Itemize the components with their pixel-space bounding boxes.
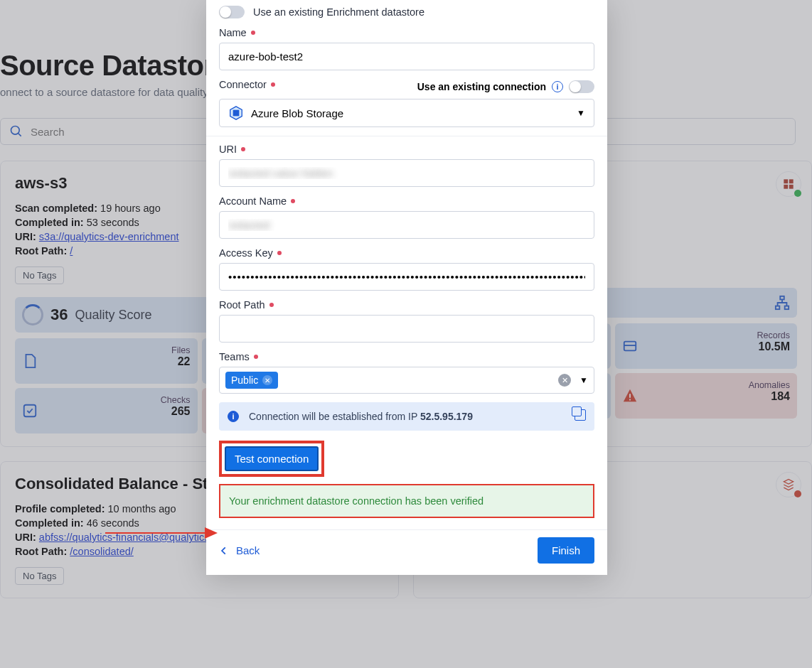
- use-existing-enrichment-label: Use an existing Enrichment datastore: [253, 6, 424, 18]
- account-name-label: Account Name: [219, 195, 287, 207]
- required-dot-icon: [251, 31, 255, 35]
- search-icon: [9, 124, 23, 139]
- chevron-down-icon: ▼: [577, 108, 585, 118]
- tag-badge: No Tags: [15, 266, 64, 284]
- team-chip: Public✕: [225, 372, 278, 389]
- required-dot-icon: [254, 355, 258, 359]
- svg-rect-17: [629, 394, 631, 398]
- name-label: Name: [219, 27, 247, 38]
- stat-checks: Checks 265: [15, 388, 198, 433]
- required-dot-icon: [291, 199, 295, 203]
- stat-files: Files 22: [15, 338, 198, 384]
- teams-label: Teams: [219, 351, 250, 362]
- svg-rect-10: [789, 185, 794, 189]
- svg-rect-13: [785, 306, 789, 310]
- highlight-annotation: Test connection: [219, 441, 324, 477]
- required-dot-icon: [271, 82, 275, 87]
- chip-remove-icon[interactable]: ✕: [262, 375, 272, 385]
- copy-icon[interactable]: [575, 409, 586, 421]
- info-icon[interactable]: i: [552, 81, 563, 92]
- quality-score-label: Quality Score: [75, 308, 151, 323]
- connector-icon: [776, 472, 801, 497]
- ip-info-text: Connection will be established from IP: [249, 411, 420, 422]
- uri-label: URI: [219, 144, 237, 155]
- ip-address: 52.5.95.179: [420, 411, 473, 422]
- svg-point-0: [11, 126, 20, 135]
- teams-select[interactable]: Public✕ ✕ ▼: [219, 367, 594, 394]
- svg-rect-12: [776, 306, 780, 310]
- back-label: Back: [236, 544, 260, 556]
- tag-badge: No Tags: [15, 567, 64, 585]
- svg-rect-9: [784, 185, 788, 189]
- svg-line-1: [18, 134, 21, 136]
- name-input[interactable]: [219, 43, 594, 70]
- svg-marker-20: [205, 527, 218, 539]
- account-name-input[interactable]: [219, 211, 594, 239]
- use-existing-enrichment-toggle[interactable]: [219, 6, 245, 18]
- file-icon: [22, 353, 38, 369]
- warning-icon: [622, 388, 638, 404]
- annotation-arrow-icon: [105, 524, 219, 542]
- progress-circle-icon: [22, 304, 43, 325]
- required-dot-icon: [277, 251, 282, 255]
- access-key-label: Access Key: [219, 247, 273, 259]
- use-existing-enrichment-row: Use an existing Enrichment datastore: [219, 6, 594, 18]
- required-dot-icon: [241, 147, 245, 151]
- use-existing-connection-toggle[interactable]: [569, 80, 594, 93]
- stat-records: Records 10.5M: [615, 323, 798, 369]
- stat-anomalies: Anomalies 184: [615, 373, 798, 419]
- svg-rect-4: [24, 405, 36, 417]
- svg-rect-18: [629, 399, 631, 401]
- back-button[interactable]: Back: [219, 544, 260, 556]
- test-connection-button[interactable]: Test connection: [225, 446, 319, 471]
- svg-rect-7: [784, 179, 788, 183]
- uri-input[interactable]: [219, 159, 594, 187]
- svg-rect-22: [233, 110, 238, 115]
- chevron-down-icon: ▼: [579, 375, 588, 385]
- access-key-input[interactable]: [219, 263, 594, 291]
- connector-label: Connector: [219, 79, 267, 90]
- connector-select[interactable]: Azure Blob Storage ▼: [219, 99, 594, 127]
- quality-score-value: 36: [50, 306, 68, 324]
- svg-rect-11: [780, 296, 784, 300]
- finish-button[interactable]: Finish: [538, 537, 594, 564]
- add-datastore-modal: Use an existing Enrichment datastore Nam…: [206, 0, 607, 575]
- tree-icon: [774, 295, 790, 311]
- use-existing-connection-label: Use an existing connection: [417, 81, 546, 92]
- root-path-label: Root Path: [219, 299, 265, 311]
- check-icon: [22, 403, 38, 419]
- required-dot-icon: [269, 303, 274, 307]
- info-icon: i: [228, 411, 239, 422]
- connector-icon: [776, 171, 801, 197]
- svg-rect-8: [789, 179, 794, 183]
- connector-value: Azure Blob Storage: [251, 107, 343, 119]
- clear-all-icon[interactable]: ✕: [558, 374, 571, 387]
- table-icon: [622, 338, 638, 354]
- success-message: Your enrichment datastore connection has…: [219, 484, 594, 518]
- chevron-left-icon: [219, 546, 229, 556]
- azure-blob-icon: [228, 105, 244, 121]
- svg-rect-14: [624, 342, 636, 351]
- ip-info-box: i Connection will be established from IP…: [219, 402, 594, 431]
- root-path-input[interactable]: [219, 315, 594, 343]
